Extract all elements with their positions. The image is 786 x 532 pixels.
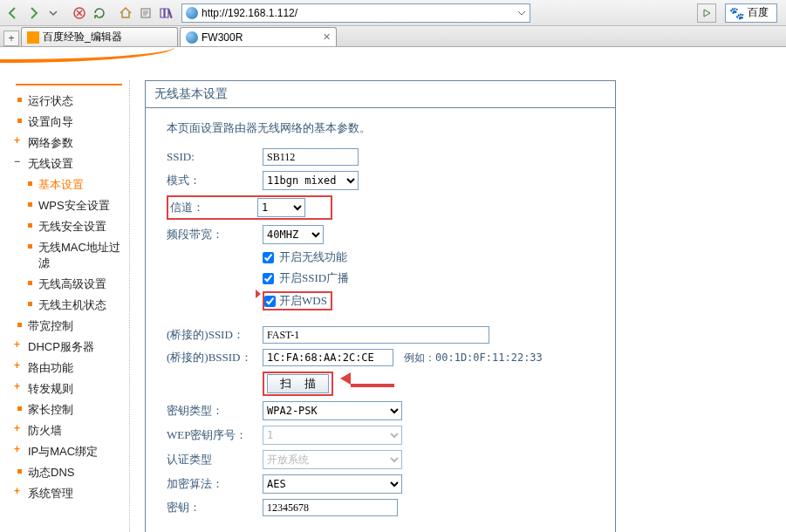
tab-label: 百度经验_编辑器 xyxy=(43,30,122,44)
home-button[interactable] xyxy=(116,3,135,23)
browser-toolbar: 🐾 百度 xyxy=(0,0,786,26)
tab-baidu-editor[interactable]: 百度经验_编辑器 xyxy=(21,27,178,46)
sidebar-nav: 运行状态 设置向导 网络参数 无线设置 基本设置 WPS安全设置 无线安全设置 … xyxy=(0,80,122,532)
panel-hint: 本页面设置路由器无线网络的基本参数。 xyxy=(167,120,594,136)
enable-wds-label: 开启WDS xyxy=(279,293,327,309)
ssid-label: SSID: xyxy=(167,150,263,164)
channel-select[interactable]: 1 xyxy=(257,198,305,217)
key-type-label: 密钥类型： xyxy=(167,403,263,419)
settings-panel: 无线基本设置 本页面设置路由器无线网络的基本参数。 SSID: 模式： 11bg… xyxy=(145,80,616,532)
sidebar-item-parental[interactable]: 家长控制 xyxy=(16,399,122,420)
baidu-paw-icon: 🐾 xyxy=(729,6,744,20)
sidebar-item-host-status[interactable]: 无线主机状态 xyxy=(26,295,122,316)
arrow-annotation-icon xyxy=(351,377,394,391)
scan-button[interactable]: 扫 描 xyxy=(267,374,329,393)
enable-wifi-checkbox[interactable] xyxy=(263,252,274,263)
search-box[interactable]: 🐾 百度 xyxy=(725,3,777,23)
tab-label: FW300R xyxy=(202,31,243,44)
url-input[interactable] xyxy=(202,5,514,21)
favicon-icon xyxy=(27,31,39,44)
channel-highlight: 信道： 1 xyxy=(167,195,332,220)
wep-index-select: 1 xyxy=(263,426,402,445)
reload-button[interactable] xyxy=(90,3,109,23)
sidebar-item-wps[interactable]: WPS安全设置 xyxy=(26,195,122,216)
sidebar-item-network[interactable]: 网络参数 xyxy=(16,133,122,153)
ssid-input[interactable] xyxy=(263,148,359,166)
feed-button[interactable] xyxy=(136,3,155,23)
arrow-marker-icon xyxy=(256,290,261,298)
sidebar-item-ddns[interactable]: 动态DNS xyxy=(16,462,122,483)
enable-ssid-label: 开启SSID广播 xyxy=(279,270,349,286)
sidebar-item-ipmac[interactable]: IP与MAC绑定 xyxy=(16,441,122,462)
sidebar-item-system[interactable]: 系统管理 xyxy=(16,483,122,504)
channel-label: 信道： xyxy=(170,200,257,215)
encrypt-label: 加密算法： xyxy=(167,476,263,492)
sidebar-item-routing[interactable]: 路由功能 xyxy=(16,358,122,379)
sidebar-item-mac-filter[interactable]: 无线MAC地址过滤 xyxy=(26,237,122,274)
new-tab-button[interactable]: + xyxy=(3,31,19,46)
go-button[interactable] xyxy=(697,3,716,23)
brand-arc xyxy=(0,47,174,63)
sidebar-item-basic-settings[interactable]: 基本设置 xyxy=(26,174,122,195)
bssid-example: 例如：00:1D:0F:11:22:33 xyxy=(404,351,543,365)
enable-ssid-checkbox[interactable] xyxy=(263,273,274,284)
password-label: 密钥： xyxy=(167,500,263,515)
bridge-ssid-label: (桥接的)SSID： xyxy=(167,327,263,343)
vertical-divider xyxy=(129,80,138,532)
auth-type-label: 认证类型 xyxy=(167,452,263,467)
library-button[interactable] xyxy=(156,3,175,23)
favicon-icon xyxy=(186,31,198,44)
panel-title: 无线基本设置 xyxy=(146,81,615,108)
wep-index-label: WEP密钥序号： xyxy=(167,427,263,443)
key-type-select[interactable]: WPA2-PSK xyxy=(263,401,402,420)
bridge-bssid-label: (桥接的)BSSID： xyxy=(167,350,263,365)
search-engine-label: 百度 xyxy=(748,5,769,20)
bandwidth-select[interactable]: 40MHZ xyxy=(263,225,324,244)
sidebar-item-wizard[interactable]: 设置向导 xyxy=(16,112,122,133)
bandwidth-label: 频段带宽： xyxy=(167,227,263,242)
stop-button[interactable] xyxy=(70,3,89,23)
scan-highlight: 扫 描 xyxy=(263,372,333,396)
address-bar[interactable] xyxy=(181,3,530,23)
bridge-bssid-input[interactable] xyxy=(263,349,393,366)
enable-wds-checkbox[interactable] xyxy=(264,296,276,307)
sidebar-item-wireless-security[interactable]: 无线安全设置 xyxy=(26,216,122,237)
enable-wifi-label: 开启无线功能 xyxy=(279,249,347,265)
mode-label: 模式： xyxy=(167,173,263,188)
back-button[interactable] xyxy=(3,3,23,23)
tab-fw300r[interactable]: FW300R ✕ xyxy=(180,27,337,46)
bridge-ssid-input[interactable] xyxy=(263,326,489,344)
url-dropdown-icon[interactable] xyxy=(517,9,526,17)
sidebar-item-bandwidth[interactable]: 带宽控制 xyxy=(16,316,122,337)
sidebar-item-status[interactable]: 运行状态 xyxy=(16,91,122,112)
sidebar-item-advanced[interactable]: 无线高级设置 xyxy=(26,274,122,295)
forward-button[interactable] xyxy=(24,3,43,23)
close-tab-icon[interactable]: ✕ xyxy=(323,31,331,43)
sidebar-item-forwarding[interactable]: 转发规则 xyxy=(16,379,122,399)
site-icon xyxy=(186,7,198,19)
sidebar-item-wireless[interactable]: 无线设置 xyxy=(16,153,122,174)
tab-bar: + 百度经验_编辑器 FW300R ✕ xyxy=(0,26,786,47)
sidebar-item-dhcp[interactable]: DHCP服务器 xyxy=(16,337,122,358)
sidebar-item-firewall[interactable]: 防火墙 xyxy=(16,420,122,441)
auth-type-select: 开放系统 xyxy=(263,450,402,469)
wds-highlight: 开启WDS xyxy=(263,291,332,310)
encrypt-select[interactable]: AES xyxy=(263,474,402,494)
dropdown-history-button[interactable] xyxy=(44,3,63,23)
mode-select[interactable]: 11bgn mixed xyxy=(263,171,359,190)
password-input[interactable] xyxy=(263,499,398,516)
